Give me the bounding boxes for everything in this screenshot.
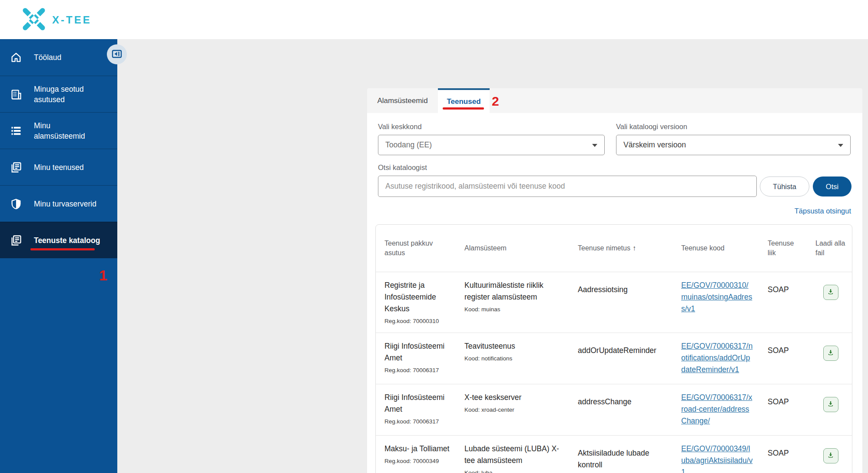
provider-name: Riigi Infosüsteemi Amet xyxy=(384,392,450,415)
header-service-name-sort[interactable]: Teenuse nimetus↑ xyxy=(569,243,673,253)
download-icon xyxy=(827,451,835,460)
table-row: Riigi Infosüsteemi Amet Reg.kood: 700063… xyxy=(376,333,852,384)
provider-reg-code: Reg.kood: 70006317 xyxy=(384,367,450,373)
collapse-sidebar-icon xyxy=(111,48,123,61)
service-name: addOrUpdateReminder xyxy=(569,340,673,376)
subsystem-code: Kood: muinas xyxy=(464,306,563,313)
download-file-button[interactable] xyxy=(823,285,838,300)
xtee-logo-text: X-TEE xyxy=(52,14,92,26)
services-document-icon xyxy=(10,161,23,174)
tab-label: Alamsüsteemid xyxy=(377,97,427,105)
service-code-link[interactable]: EE/GOV/70006317/xroad-center/addressChan… xyxy=(681,392,753,427)
provider-reg-code: Reg.kood: 70006317 xyxy=(384,418,450,425)
catalog-version-select[interactable]: Värskeim versioon xyxy=(616,135,851,155)
provider-reg-code: Reg.kood: 70000349 xyxy=(384,458,450,464)
sidebar-item-minu-teenused[interactable]: Minu teenused xyxy=(0,149,117,185)
chevron-down-icon xyxy=(838,144,843,147)
subsystem-name: X-tee keskserver xyxy=(464,392,563,403)
download-file-button[interactable] xyxy=(823,346,838,361)
top-header: X-TEE xyxy=(0,0,868,39)
sidebar-item-label: Teenuste kataloog xyxy=(34,235,100,246)
service-type: SOAP xyxy=(759,392,807,427)
search-input[interactable] xyxy=(378,176,757,197)
environment-select-value: Toodang (EE) xyxy=(385,140,432,150)
subsystem-list-icon xyxy=(10,124,23,137)
subsystem-code: Kood: xroad-center xyxy=(464,406,563,413)
subsystem-name: Kultuurimälestiste riiklik register alam… xyxy=(464,280,563,303)
catalog-version-select-value: Värskeim versioon xyxy=(623,140,686,150)
subsystem-name: Teavitusteenus xyxy=(464,340,563,352)
sidebar-item-minu-turvaserverid[interactable]: Minu turvaserverid xyxy=(0,185,117,222)
service-name: addressChange xyxy=(569,392,673,427)
provider-name: Maksu- ja Tolliamet xyxy=(384,443,450,455)
subsystem-name: Lubade süsteemi (LUBA) X-tee alamsüsteem xyxy=(464,443,563,466)
tab-alamsusteemid[interactable]: Alamsüsteemid xyxy=(367,88,438,113)
sidebar-item-label: Töölaud xyxy=(34,52,61,63)
xtee-logo[interactable]: X-TEE xyxy=(22,7,92,33)
table-row: Maksu- ja Tolliamet Reg.kood: 70000349 L… xyxy=(376,435,852,473)
subsystem-code: Kood: notifications xyxy=(464,355,563,362)
sidebar-item-teenuste-kataloog[interactable]: Teenuste kataloog xyxy=(0,222,117,258)
sort-ascending-icon: ↑ xyxy=(633,244,636,252)
header-service-type: Teenuse liik xyxy=(759,239,807,258)
environment-select[interactable]: Toodang (EE) xyxy=(378,135,605,155)
chevron-down-icon xyxy=(592,144,597,147)
advanced-search-link[interactable]: Täpsusta otsingut xyxy=(795,207,851,215)
sidebar-item-label: Minu alamsüsteemid xyxy=(34,120,103,141)
sidebar-item-toolaud[interactable]: Töölaud xyxy=(0,39,117,76)
subsystem-code: Kood: luba xyxy=(464,470,563,473)
main-content: Teenuste kataloog Alamsüsteemid Teenused… xyxy=(117,39,868,473)
service-code-link[interactable]: EE/GOV/70006317/notifications/addOrUpdat… xyxy=(681,340,753,376)
home-icon xyxy=(10,51,23,64)
provider-reg-code: Reg.kood: 70000310 xyxy=(384,318,450,324)
service-type: SOAP xyxy=(759,340,807,376)
table-row: Riigi Infosüsteemi Amet Reg.kood: 700063… xyxy=(376,384,852,435)
sidebar-item-label: Minu turvaserverid xyxy=(34,199,96,209)
sidebar: Töölaud Minuga seotud asutused Min xyxy=(0,39,117,473)
service-type: SOAP xyxy=(759,443,807,473)
catalog-document-icon xyxy=(10,234,23,247)
header-service-code: Teenuse kood xyxy=(673,243,759,253)
download-icon xyxy=(827,288,835,297)
download-file-button[interactable] xyxy=(823,448,838,463)
xtee-logo-icon xyxy=(22,7,46,33)
tab-teenused[interactable]: Teenused xyxy=(438,88,490,113)
sidebar-item-label: Minuga seotud asutused xyxy=(34,84,103,105)
service-type: SOAP xyxy=(759,280,807,324)
search-button[interactable]: Otsi xyxy=(813,177,851,197)
service-code-link[interactable]: EE/GOV/70000310/muinas/otsingAadress/v1 xyxy=(681,280,753,315)
sidebar-item-minu-alamsusteemid[interactable]: Minu alamsüsteemid xyxy=(0,112,117,149)
building-icon xyxy=(10,88,23,101)
tab-bar: Alamsüsteemid Teenused 2 xyxy=(367,88,862,113)
download-icon xyxy=(827,400,835,409)
download-file-button[interactable] xyxy=(823,397,838,412)
header-provider: Teenust pakkuv asutus xyxy=(376,239,456,258)
provider-name: Riigi Infosüsteemi Amet xyxy=(384,340,450,364)
sidebar-item-minuga-seotud-asutused[interactable]: Minuga seotud asutused xyxy=(0,76,117,112)
catalog-card: Alamsüsteemid Teenused 2 Vali keskkond T… xyxy=(367,88,862,473)
tab-label: Teenused xyxy=(447,97,480,106)
tab-content: Vali keskkond Toodang (EE) Vali kataloog… xyxy=(367,113,862,473)
service-name: Aadressiotsing xyxy=(569,280,673,324)
annotation-step-2: 2 xyxy=(492,94,499,109)
annotation-underline-2 xyxy=(443,107,484,110)
environment-label: Vali keskkond xyxy=(378,123,422,131)
service-code-link[interactable]: EE/GOV/70000349/luba/agriAktsiisiladu/v1 xyxy=(681,443,753,473)
collapse-sidebar-button[interactable] xyxy=(107,44,127,64)
catalog-version-label: Vali kataloogi versioon xyxy=(616,123,687,131)
header-download-file: Laadi alla fail xyxy=(807,239,852,258)
annotation-step-1: 1 xyxy=(99,267,107,284)
annotation-underline-1 xyxy=(30,248,95,250)
download-icon xyxy=(827,349,835,358)
provider-name: Registrite ja Infosüsteemide Keskus xyxy=(384,280,450,315)
service-name: Aktsiisiladude lubade kontroll xyxy=(569,443,673,473)
header-label: Teenuse nimetus xyxy=(578,244,630,252)
table-header-row: Teenust pakkuv asutus Alamsüsteem Teenus… xyxy=(376,225,852,272)
sidebar-item-label: Minu teenused xyxy=(34,162,84,173)
shield-icon xyxy=(10,197,23,210)
table-row: Registrite ja Infosüsteemide Keskus Reg.… xyxy=(376,272,852,333)
services-table: Teenust pakkuv asutus Alamsüsteem Teenus… xyxy=(375,224,852,473)
header-subsystem: Alamsüsteem xyxy=(456,243,569,253)
search-label: Otsi kataloogist xyxy=(378,163,427,172)
clear-button[interactable]: Tühista xyxy=(760,177,809,197)
